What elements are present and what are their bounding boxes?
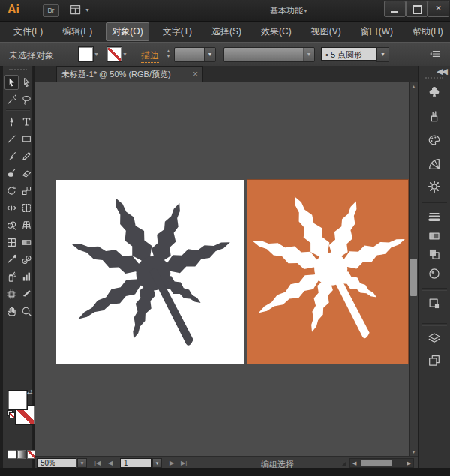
fill-color-swatch[interactable] [79,47,93,61]
maple-leaf-dark[interactable] [67,195,233,358]
stroke-weight-dropdown[interactable]: ▼ [174,47,216,62]
prev-artboard-icon[interactable]: ◀ [108,460,112,466]
dock-panel-graphic-styles-icon[interactable] [426,295,442,312]
stroke-weight-stepper[interactable]: ▲▼ [165,49,172,59]
menu-item-help[interactable]: 帮助(H) [406,22,449,41]
dock-panel-club-icon[interactable] [426,84,442,100]
direct-selection-tool[interactable] [20,75,34,90]
minimize-icon [391,11,398,13]
gradient-tool[interactable] [20,235,34,250]
canvas[interactable] [34,82,409,456]
fill-indicator[interactable] [8,391,27,409]
panel-grip[interactable] [9,69,27,73]
bridge-button[interactable]: Br [43,4,59,17]
next-artboard-icon[interactable]: ▶ [170,460,174,466]
magic-wand-tool[interactable] [4,92,19,107]
rotate-tool[interactable] [4,183,19,198]
width-tool[interactable] [4,200,19,215]
chevron-down-icon[interactable]: ▼ [122,52,128,57]
dock-panel-stroke-lines-icon[interactable] [426,208,442,225]
artboard-dropdown-button[interactable]: ▼ [152,458,162,468]
menu-item-object[interactable]: 对象(O) [106,22,148,41]
dock-panel-palette-icon[interactable] [426,132,442,148]
dock-panel-sphere-icon[interactable] [426,265,442,282]
chevron-down-icon[interactable]: ▼ [94,52,99,57]
scroll-right-icon[interactable]: ▶ [407,460,411,466]
shape-builder-tool[interactable] [4,217,19,232]
scroll-down-icon[interactable]: ▼ [410,449,418,454]
maple-leaf-white[interactable] [249,193,406,351]
document-tab[interactable]: 未标题-1* @ 50% (RGB/预览) × [56,66,203,82]
workspace-switcher[interactable]: 基本功能 [270,5,303,16]
tab-close-icon[interactable]: × [193,69,198,79]
mesh-tool[interactable] [4,235,19,250]
type-tool[interactable] [20,114,34,129]
menu-item-file[interactable]: 文件(F) [8,22,49,41]
minimize-button[interactable] [384,1,406,17]
zoom-dropdown-button[interactable]: ▼ [77,458,87,468]
vertical-scrollbar[interactable]: ▲ ▼ [409,82,418,456]
artboard-white[interactable] [56,180,244,364]
menu-item-type[interactable]: 文字(T) [157,22,198,41]
pen-tool[interactable] [4,114,19,129]
dock-panel-layers-icon[interactable] [426,330,442,346]
blob-brush-tool[interactable] [4,166,19,181]
dock-panel-brushes-icon[interactable] [426,108,442,124]
arrange-documents-icon[interactable] [70,4,83,16]
selection-tool[interactable] [4,75,19,90]
artboard-tool[interactable] [4,286,19,301]
zoom-level-field[interactable]: 50% [37,458,76,468]
lasso-tool[interactable] [20,92,34,107]
document-tab-title: 未标题-1* @ 50% (RGB/预览) [62,69,190,80]
paintbrush-tool[interactable] [4,148,19,163]
rectangle-tool[interactable] [20,131,34,146]
dock-panel-artboards-icon[interactable] [426,352,442,369]
menu-item-window[interactable]: 窗口(W) [355,22,399,41]
eraser-tool[interactable] [20,166,34,181]
zoom-tool[interactable] [20,304,34,319]
slice-tool[interactable] [20,286,34,301]
gradient-button[interactable] [17,450,26,459]
perspective-grid-tool[interactable] [20,217,34,232]
panel-menu-icon[interactable] [429,48,442,61]
brush-dropdown-button[interactable]: ▼ [376,47,389,62]
artboard-orange[interactable] [247,179,409,364]
color-button[interactable] [8,450,16,459]
dock-panel-color-fan-icon[interactable] [426,156,442,172]
artboard-number-field[interactable]: 1 [120,458,152,468]
last-artboard-icon[interactable]: ▶| [181,460,187,466]
line-segment-tool[interactable] [4,131,19,146]
menu-item-effect[interactable]: 效果(C) [255,22,298,41]
maximize-button[interactable] [406,1,428,17]
hand-tool[interactable] [4,304,19,319]
symbol-sprayer-tool[interactable] [4,269,19,284]
scroll-left-icon[interactable]: ◀ [352,460,356,466]
eyedropper-tool[interactable] [4,252,19,267]
expand-panels-icon[interactable]: ◀◀ [436,67,446,76]
pencil-tool[interactable] [20,148,34,163]
dock-panel-transparency-icon[interactable] [426,246,442,262]
menu-item-edit[interactable]: 编辑(E) [56,22,98,41]
dock-panel-flower-icon[interactable] [426,178,442,195]
panel-grip[interactable] [425,77,443,81]
first-artboard-icon[interactable]: |◀ [94,460,100,466]
swap-fill-stroke-icon[interactable]: ⇄ [27,388,33,396]
close-button[interactable]: × [428,1,449,17]
panel-dock: ◀◀ [418,66,450,469]
brush-definition-dropdown[interactable]: • 5 点圆形 [321,47,376,61]
scrollbar-thumb[interactable] [410,259,417,296]
menu-item-select[interactable]: 选择(S) [206,22,248,41]
column-graph-tool[interactable] [20,269,34,284]
scale-tool[interactable] [20,183,34,198]
free-transform-tool[interactable] [20,200,34,215]
scrollbar-thumb[interactable] [362,460,392,466]
menu-item-view[interactable]: 视图(V) [305,22,347,41]
stroke-color-swatch[interactable] [107,47,122,61]
blend-tool[interactable] [20,252,34,267]
dock-panel-gradient-sq-icon[interactable] [426,228,442,244]
stroke-panel-link[interactable]: 描边 [141,49,159,63]
width-profile-dropdown[interactable]: ▼ [224,47,315,62]
scroll-up-icon[interactable]: ▲ [410,84,418,89]
default-fill-stroke-icon[interactable] [7,410,14,418]
horizontal-scrollbar[interactable]: ◀ ▶ [350,458,414,468]
